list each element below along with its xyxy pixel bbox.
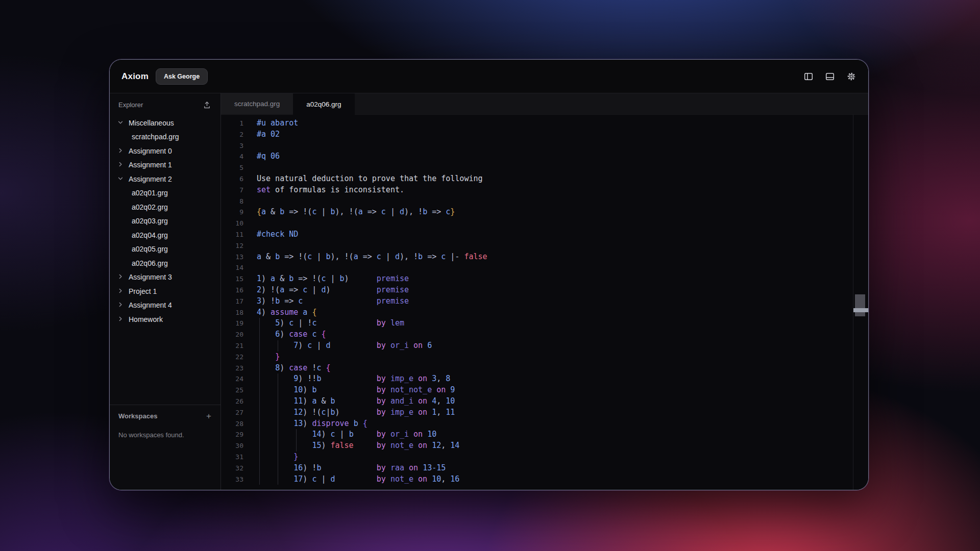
indent-guide [278, 385, 278, 396]
line-number: 30 [221, 440, 243, 452]
tree-item-a02q05-grg[interactable]: a02q05.grg [110, 242, 220, 257]
line-number: 17 [221, 296, 243, 307]
tree-item-a02q01-grg[interactable]: a02q01.grg [110, 186, 220, 201]
code-text: 2) !(a => c | d) premise [257, 285, 409, 296]
code-text: 5) c | !c by lem [257, 318, 404, 329]
tree-item-assignment-1[interactable]: Assignment 1 [110, 158, 220, 172]
indent-guide [278, 373, 278, 385]
tree-item-label: a02q05.grg [132, 245, 168, 253]
code-text: 9) !!b by imp_e on 3, 8 [257, 373, 450, 385]
code-line-33[interactable]: 33 17) c | d by not_e on 10, 16 [221, 474, 868, 485]
editor-scrollbar[interactable] [853, 115, 868, 490]
code-text: 7) c | d by or_i on 6 [257, 340, 432, 352]
code-line-15[interactable]: 151) a & b => !(c | b) premise [221, 273, 868, 285]
tree-item-assignment-2[interactable]: Assignment 2 [110, 172, 220, 186]
code-text: set of formulas is inconsistent. [257, 185, 404, 196]
code-text: 4) assume a { [257, 307, 316, 318]
code-line-21[interactable]: 21 7) c | d by or_i on 6 [221, 340, 868, 352]
code-line-24[interactable]: 24 9) !!b by imp_e on 3, 8 [221, 373, 868, 385]
tree-item-assignment-4[interactable]: Assignment 4 [110, 298, 220, 313]
code-line-14[interactable]: 14 [221, 262, 868, 273]
line-number: 19 [221, 318, 243, 329]
line-number: 9 [221, 207, 243, 218]
tree-item-assignment-0[interactable]: Assignment 0 [110, 144, 220, 158]
file-tree: Miscellaneousscratchpad.grgAssignment 0A… [110, 116, 220, 327]
line-number: 16 [221, 285, 243, 296]
tab-scratchpad-grg[interactable]: scratchpad.grg [221, 93, 293, 114]
explorer-sidebar: Explorer Miscellaneousscratchpad.grgAssi… [110, 93, 221, 490]
code-line-28[interactable]: 28 13) disprove b { [221, 418, 868, 430]
tree-item-miscellaneous[interactable]: Miscellaneous [110, 116, 220, 130]
chevron-down-icon [117, 176, 125, 183]
tree-item-a02q06-grg[interactable]: a02q06.grg [110, 256, 220, 270]
code-line-25[interactable]: 25 10) b by not_not_e on 9 [221, 385, 868, 396]
tab-a02q06-grg[interactable]: a02q06.grg [293, 93, 354, 115]
code-text: 10) b by not_not_e on 9 [257, 385, 455, 396]
tree-item-a02q02-grg[interactable]: a02q02.grg [110, 200, 220, 214]
code-line-6[interactable]: 6Use natural deduction to prove that the… [221, 173, 868, 185]
code-line-8[interactable]: 8 [221, 196, 868, 207]
code-line-30[interactable]: 30 15) false by not_e on 12, 14 [221, 440, 868, 452]
code-text: #a 02 [257, 129, 280, 140]
indent-guide [259, 396, 260, 407]
indent-guide [259, 429, 260, 440]
indent-guide [278, 407, 278, 418]
indent-guide [259, 352, 260, 363]
code-line-9[interactable]: 9{a & b => !(c | b), !(a => c | d), !b =… [221, 207, 868, 218]
workspaces-empty-message: No workspaces found. [118, 431, 211, 439]
code-line-3[interactable]: 3 [221, 140, 868, 152]
tree-item-scratchpad-grg[interactable]: scratchpad.grg [110, 130, 220, 144]
tree-item-label: Assignment 2 [129, 175, 172, 183]
code-line-27[interactable]: 27 12) !(c|b) by imp_e on 1, 11 [221, 407, 868, 418]
toggle-bottom-panel-icon[interactable] [825, 72, 835, 81]
code-line-18[interactable]: 184) assume a { [221, 307, 868, 318]
tree-item-label: a02q02.grg [132, 203, 168, 211]
code-line-29[interactable]: 29 14) c | b by or_i on 10 [221, 429, 868, 440]
tree-item-label: a02q01.grg [132, 189, 168, 197]
code-line-7[interactable]: 7set of formulas is inconsistent. [221, 185, 868, 196]
code-line-26[interactable]: 26 11) a & b by and_i on 4, 10 [221, 396, 868, 407]
line-number: 3 [221, 140, 243, 152]
code-line-10[interactable]: 10 [221, 218, 868, 229]
tree-item-label: a02q03.grg [132, 217, 168, 225]
tree-item-project-1[interactable]: Project 1 [110, 284, 220, 298]
code-line-2[interactable]: 2#a 02 [221, 129, 868, 140]
code-editor[interactable]: 1#u abarot2#a 0234#q 0656Use natural ded… [221, 115, 868, 490]
code-line-22[interactable]: 22 } [221, 352, 868, 363]
code-line-4[interactable]: 4#q 06 [221, 151, 868, 162]
code-line-16[interactable]: 162) !(a => c | d) premise [221, 285, 868, 296]
line-number: 13 [221, 252, 243, 263]
upload-icon[interactable] [203, 101, 211, 109]
line-number: 26 [221, 396, 243, 407]
tree-item-a02q04-grg[interactable]: a02q04.grg [110, 228, 220, 242]
code-line-20[interactable]: 20 6) case c { [221, 329, 868, 340]
indent-guide [259, 385, 260, 396]
toggle-left-panel-icon[interactable] [804, 72, 813, 81]
indent-guide [296, 440, 297, 452]
code-line-31[interactable]: 31 } [221, 452, 868, 463]
code-text: #u abarot [257, 118, 298, 129]
code-line-32[interactable]: 32 16) !b by raa on 13-15 [221, 463, 868, 474]
code-line-5[interactable]: 5 [221, 162, 868, 173]
code-line-12[interactable]: 12 [221, 240, 868, 252]
tree-item-assignment-3[interactable]: Assignment 3 [110, 270, 220, 285]
code-line-1[interactable]: 1#u abarot [221, 118, 868, 129]
tree-item-a02q03-grg[interactable]: a02q03.grg [110, 214, 220, 229]
scrollbar-thumb[interactable] [855, 294, 865, 316]
tree-item-homework[interactable]: Homework [110, 312, 220, 327]
line-number: 12 [221, 240, 243, 252]
scrollbar-grip[interactable] [853, 308, 868, 312]
line-number: 4 [221, 151, 243, 162]
code-line-19[interactable]: 19 5) c | !c by lem [221, 318, 868, 329]
workspaces-heading: Workspaces [118, 412, 157, 420]
settings-gear-icon[interactable] [847, 72, 856, 81]
code-line-13[interactable]: 13a & b => !(c | b), !(a => c | d), !b =… [221, 252, 868, 263]
code-line-11[interactable]: 11#check ND [221, 229, 868, 240]
tree-item-label: Miscellaneous [129, 119, 174, 127]
code-line-17[interactable]: 173) !b => c premise [221, 296, 868, 307]
line-number: 11 [221, 229, 243, 240]
line-number: 15 [221, 273, 243, 285]
code-line-23[interactable]: 23 8) case !c { [221, 363, 868, 374]
add-workspace-button[interactable]: + [206, 413, 211, 420]
ask-george-button[interactable]: Ask George [156, 68, 208, 85]
